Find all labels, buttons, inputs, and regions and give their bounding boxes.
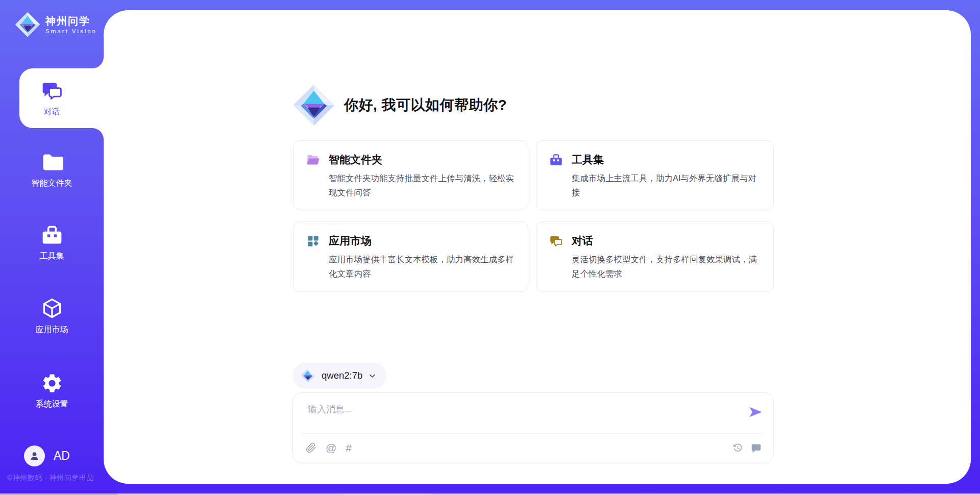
toolbox-icon bbox=[41, 224, 63, 246]
main-panel: 你好, 我可以如何帮助你? 智能文件夹 智能文件夹功能支持批量文件上传与清洗，轻… bbox=[104, 10, 971, 484]
sidebar-item-settings[interactable]: 系统设置 bbox=[0, 372, 104, 410]
brand-gem-icon bbox=[14, 11, 41, 38]
copyright-footer: ©神州数码 · 神州问学出品 bbox=[7, 474, 94, 483]
user-initials: AD bbox=[54, 449, 70, 463]
cube-icon bbox=[41, 298, 63, 320]
person-icon bbox=[29, 450, 40, 462]
greeting-title: 你好, 我可以如何帮助你? bbox=[344, 95, 507, 115]
greeting: 你好, 我可以如何帮助你? bbox=[292, 83, 507, 127]
card-title: 应用市场 bbox=[329, 234, 372, 248]
message-input-box: @ # bbox=[292, 392, 774, 463]
at-icon: @ bbox=[326, 442, 336, 453]
card-description: 灵活切换多模型文件，支持多样回复效果调试，满足个性化需求 bbox=[572, 253, 761, 281]
composer: qwen2:7b @ bbox=[292, 362, 774, 463]
sidebar-item-smart-folder[interactable]: 智能文件夹 bbox=[0, 151, 104, 189]
model-name: qwen2:7b bbox=[322, 370, 362, 381]
send-icon bbox=[748, 404, 764, 420]
hashtag-button[interactable]: # bbox=[346, 442, 352, 453]
gear-icon bbox=[41, 372, 63, 394]
card-app-market[interactable]: 应用市场 应用市场提供丰富长文本模板，助力高效生成多样化文章内容 bbox=[293, 221, 528, 291]
attach-file-button[interactable] bbox=[306, 442, 316, 453]
model-gem-icon bbox=[300, 368, 315, 383]
tab-curve-top bbox=[92, 57, 104, 68]
conversation-button[interactable] bbox=[751, 442, 762, 453]
toolbox-icon bbox=[549, 153, 563, 167]
brand-name: 神州问学 bbox=[45, 15, 97, 27]
paperclip-icon bbox=[306, 442, 316, 453]
grid-icon bbox=[306, 234, 320, 248]
card-title: 智能文件夹 bbox=[329, 153, 382, 167]
brand-logo: 神州问学 Smart Vision bbox=[14, 11, 97, 38]
model-selector[interactable]: qwen2:7b bbox=[292, 362, 386, 389]
user-menu[interactable]: AD bbox=[24, 445, 70, 466]
folder-icon bbox=[41, 151, 63, 174]
input-tools-left: @ # bbox=[306, 442, 352, 453]
chat-bubble-icon bbox=[751, 442, 762, 453]
tab-curve-bottom bbox=[92, 128, 104, 139]
hash-icon: # bbox=[346, 442, 352, 453]
card-description: 集成市场上主流工具，助力AI与外界无缝扩展与对接 bbox=[572, 171, 761, 200]
app-window: 你好, 我可以如何帮助你? 智能文件夹 智能文件夹功能支持批量文件上传与清洗，轻… bbox=[0, 0, 980, 495]
card-chat[interactable]: 对话 灵活切换多模型文件，支持多样回复效果调试，满足个性化需求 bbox=[536, 221, 774, 291]
sidebar-item-app-market[interactable]: 应用市场 bbox=[0, 298, 104, 335]
history-icon bbox=[732, 442, 743, 453]
avatar bbox=[24, 445, 45, 466]
sidebar-item-toolset[interactable]: 工具集 bbox=[0, 224, 104, 262]
card-title: 工具集 bbox=[572, 153, 604, 167]
send-button[interactable] bbox=[748, 404, 764, 420]
content-column: 你好, 我可以如何帮助你? 智能文件夹 智能文件夹功能支持批量文件上传与清洗，轻… bbox=[292, 10, 774, 484]
input-divider bbox=[302, 433, 764, 434]
chat-icon bbox=[549, 234, 563, 248]
card-title: 对话 bbox=[572, 234, 593, 248]
card-smart-folder[interactable]: 智能文件夹 智能文件夹功能支持批量文件上传与清洗，轻松实现文件问答 bbox=[293, 140, 528, 210]
chat-icon bbox=[41, 80, 63, 102]
chevron-down-icon bbox=[369, 372, 376, 380]
card-description: 应用市场提供丰富长文本模板，助力高效生成多样化文章内容 bbox=[329, 253, 516, 281]
brand-text: 神州问学 Smart Vision bbox=[45, 15, 97, 34]
folder-open-icon bbox=[306, 153, 320, 167]
history-button[interactable] bbox=[732, 442, 743, 453]
mention-button[interactable]: @ bbox=[326, 442, 336, 453]
message-input[interactable] bbox=[307, 402, 717, 433]
card-description: 智能文件夹功能支持批量文件上传与清洗，轻松实现文件问答 bbox=[329, 171, 516, 200]
input-tools-right bbox=[732, 442, 762, 453]
card-toolset[interactable]: 工具集 集成市场上主流工具，助力AI与外界无缝扩展与对接 bbox=[536, 140, 774, 210]
brand-gem-icon bbox=[292, 83, 336, 127]
sidebar-item-chat[interactable]: 对话 bbox=[0, 68, 104, 128]
feature-cards: 智能文件夹 智能文件夹功能支持批量文件上传与清洗，轻松实现文件问答 工具集 集成… bbox=[293, 140, 774, 292]
brand-subtitle: Smart Vision bbox=[45, 28, 97, 34]
